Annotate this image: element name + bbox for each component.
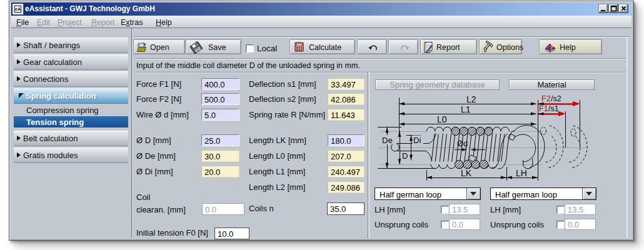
svg-text:L1: L1	[461, 104, 471, 114]
svg-text:Di: Di	[413, 136, 421, 145]
svg-text:/s2: /s2	[551, 94, 561, 103]
svg-text:L0: L0	[437, 114, 447, 124]
svg-text:Ød: Ød	[457, 139, 468, 148]
svg-text:F2: F2	[541, 94, 551, 103]
svg-text:?: ?	[550, 44, 553, 51]
svg-text:L2: L2	[466, 94, 476, 104]
svg-text:/s1: /s1	[548, 104, 559, 113]
svg-text:D: D	[402, 151, 408, 161]
svg-text:De: De	[382, 136, 393, 145]
svg-text:LH: LH	[516, 168, 527, 178]
svg-text:LK: LK	[461, 168, 472, 178]
svg-text:F1: F1	[539, 104, 548, 113]
